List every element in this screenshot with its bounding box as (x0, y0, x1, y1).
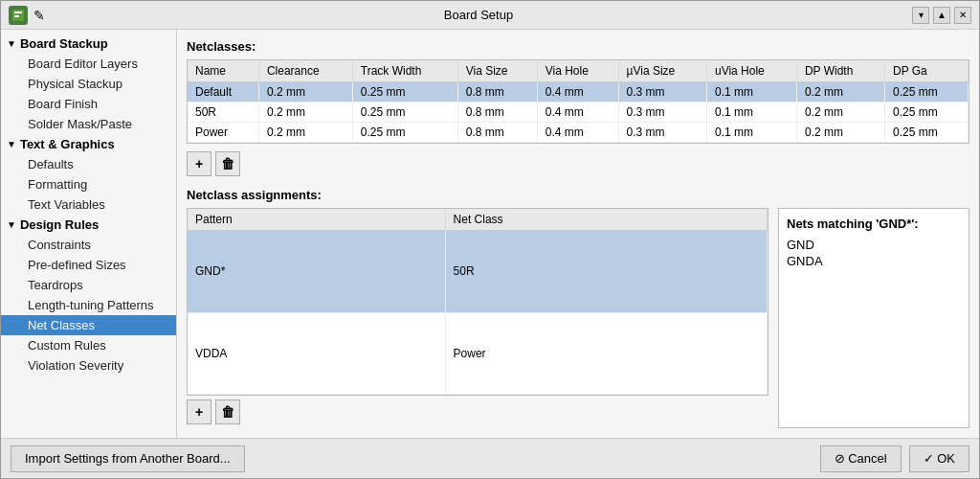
sidebar-group-board-stackup[interactable]: ▼ Board Stackup (1, 34, 176, 54)
table-cell: 0.2 mm (258, 82, 352, 103)
bottom-bar: Import Settings from Another Board... ⊘ … (1, 438, 979, 478)
table-cell: 50R (445, 231, 767, 313)
delete-assignment-btn[interactable]: 🗑 (215, 399, 240, 424)
col-header-track-width: Track Width (352, 60, 457, 82)
sidebar-item-length-tuning-patterns[interactable]: Length-tuning Patterns (1, 295, 176, 315)
table-cell: 0.3 mm (618, 123, 706, 143)
table-cell: 0.2 mm (796, 123, 884, 143)
sidebar-item-net-classes[interactable]: Net Classes (1, 315, 176, 335)
col-header-net-class: Net Class (445, 209, 767, 231)
delete-netclass-btn[interactable]: 🗑 (215, 151, 240, 176)
cancel-btn[interactable]: ⊘ Cancel (820, 445, 902, 472)
sidebar-item-custom-rules[interactable]: Custom Rules (1, 335, 176, 355)
sidebar-item-formatting[interactable]: Formatting (1, 174, 176, 194)
table-row[interactable]: GND*50R (188, 231, 768, 313)
table-cell: 0.1 mm (706, 82, 796, 103)
col-header-uvia-hole: uVia Hole (706, 60, 796, 82)
sidebar-group-text-graphics[interactable]: ▼ Text & Graphics (1, 134, 176, 154)
table-row[interactable]: Power0.2 mm0.25 mm0.8 mm0.4 mm0.3 mm0.1 … (188, 123, 969, 143)
table-cell: 0.25 mm (884, 123, 968, 143)
sidebar-group-design-rules[interactable]: ▼ Design Rules (1, 215, 176, 235)
net-matching-title: Nets matching 'GND*': (787, 217, 961, 231)
sidebar-group-design-rules-label: Design Rules (20, 217, 99, 232)
table-cell: 0.2 mm (796, 103, 884, 123)
arrow-icon-2: ▼ (7, 139, 16, 149)
sidebar-item-board-finish[interactable]: Board Finish (1, 94, 176, 114)
minimize-btn[interactable]: ▾ (912, 7, 929, 24)
content-area: Netclasses: Name Clearance Track Width V… (177, 30, 979, 438)
col-header-uvia-size: µVia Size (618, 60, 706, 82)
col-header-via-hole: Via Hole (537, 60, 618, 82)
arrow-icon: ▼ (7, 38, 16, 49)
table-row[interactable]: Default0.2 mm0.25 mm0.8 mm0.4 mm0.3 mm0.… (188, 82, 969, 103)
maximize-btn[interactable]: ▲ (933, 7, 950, 24)
table-cell: 0.4 mm (537, 103, 618, 123)
svg-rect-1 (14, 11, 22, 13)
sidebar-item-text-variables[interactable]: Text Variables (1, 194, 176, 215)
table-cell: 0.2 mm (796, 82, 884, 103)
table-cell: 0.8 mm (457, 82, 537, 103)
table-cell: VDDA (188, 312, 445, 395)
table-cell: GND* (188, 231, 445, 313)
netclasses-table-container: Name Clearance Track Width Via Size Via … (187, 59, 969, 144)
sidebar-group-text-graphics-label: Text & Graphics (20, 137, 115, 151)
table-cell: 0.4 mm (537, 82, 618, 103)
sidebar: ▼ Board Stackup Board Editor Layers Phys… (1, 30, 177, 438)
window-title: Board Setup (45, 8, 912, 22)
sidebar-group-board-stackup-label: Board Stackup (20, 36, 108, 51)
table-header-row: Name Clearance Track Width Via Size Via … (188, 60, 969, 82)
table-cell: 0.25 mm (352, 82, 457, 103)
table-cell: 0.8 mm (457, 123, 537, 143)
col-header-via-size: Via Size (457, 60, 537, 82)
bottom-right: ⊘ Cancel ✓ OK (820, 445, 969, 472)
sidebar-item-physical-stackup[interactable]: Physical Stackup (1, 74, 176, 94)
assignments-section: Pattern Net Class GND*50RVDDAPower + 🗑 (187, 208, 969, 428)
sidebar-item-board-editor-layers[interactable]: Board Editor Layers (1, 54, 176, 74)
table-cell: 0.25 mm (884, 82, 968, 103)
table-cell: Power (445, 312, 767, 395)
main-layout: ▼ Board Stackup Board Editor Layers Phys… (1, 30, 979, 438)
col-header-name: Name (188, 60, 258, 82)
sidebar-item-constraints[interactable]: Constraints (1, 235, 176, 255)
table-row[interactable]: 50R0.2 mm0.25 mm0.8 mm0.4 mm0.3 mm0.1 mm… (188, 103, 969, 123)
table-cell: 0.3 mm (618, 82, 706, 103)
sidebar-item-teardrops[interactable]: Teardrops (1, 275, 176, 295)
col-header-pattern: Pattern (188, 209, 445, 231)
table-cell: Power (188, 123, 258, 143)
sidebar-item-violation-severity[interactable]: Violation Severity (1, 355, 176, 376)
col-header-clearance: Clearance (258, 60, 352, 82)
netclasses-toolbar: + 🗑 (187, 148, 969, 180)
main-window: ✎ Board Setup ▾ ▲ ✕ ▼ Board Stackup Boar… (0, 0, 980, 479)
assignments-table-wrap: Pattern Net Class GND*50RVDDAPower (187, 208, 768, 396)
sidebar-item-pre-defined-sizes[interactable]: Pre-defined Sizes (1, 255, 176, 275)
table-cell: 0.3 mm (618, 103, 706, 123)
sidebar-item-solder-mask-paste[interactable]: Solder Mask/Paste (1, 114, 176, 134)
net-matching-item: GND (787, 237, 961, 253)
table-cell: Default (188, 82, 258, 103)
titlebar: ✎ Board Setup ▾ ▲ ✕ (1, 1, 979, 30)
table-cell: 0.2 mm (258, 103, 352, 123)
import-settings-btn[interactable]: Import Settings from Another Board... (11, 445, 245, 472)
table-cell: 0.25 mm (884, 103, 968, 123)
assignments-table: Pattern Net Class GND*50RVDDAPower (188, 209, 768, 395)
assignments-title: Netclass assignments: (187, 188, 969, 202)
col-header-dp-width: DP Width (796, 60, 884, 82)
arrow-icon-3: ▼ (7, 219, 16, 230)
app-icon (9, 6, 28, 25)
titlebar-controls: ▾ ▲ ✕ (912, 7, 971, 24)
col-header-dp-ga: DP Ga (884, 60, 968, 82)
table-cell: 0.1 mm (706, 103, 796, 123)
close-btn[interactable]: ✕ (954, 7, 971, 24)
add-netclass-btn[interactable]: + (187, 151, 212, 176)
sidebar-item-defaults[interactable]: Defaults (1, 154, 176, 174)
ok-btn[interactable]: ✓ OK (909, 445, 969, 472)
assignments-toolbar: + 🗑 (187, 396, 768, 428)
add-assignment-btn[interactable]: + (187, 399, 212, 424)
table-row[interactable]: VDDAPower (188, 312, 768, 395)
titlebar-left: ✎ (9, 6, 45, 25)
netclasses-title: Netclasses: (187, 39, 969, 54)
table-cell: 0.1 mm (706, 123, 796, 143)
net-matching-panel: Nets matching 'GND*': GNDGNDA (778, 208, 969, 428)
assignments-header-row: Pattern Net Class (188, 209, 768, 231)
net-matching-list: GNDGNDA (787, 237, 961, 269)
